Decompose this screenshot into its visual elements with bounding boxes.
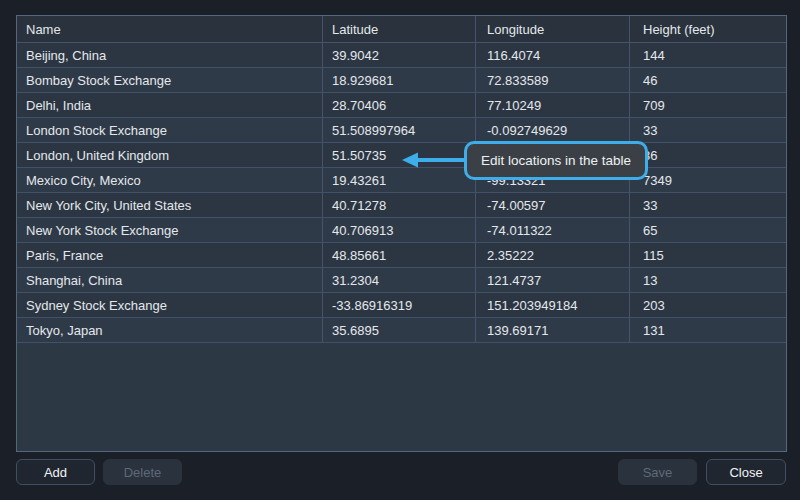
table-cell[interactable]: 19.43261 — [323, 168, 476, 192]
table-cell[interactable]: Shanghai, China — [17, 268, 323, 292]
table-row: London Stock Exchange51.508997964-0.0927… — [17, 118, 786, 143]
table-cell[interactable]: 35.6895 — [323, 318, 476, 342]
table-row: Paris, France48.856612.35222115 — [17, 243, 786, 268]
table-row: New York Stock Exchange40.706913-74.0113… — [17, 218, 786, 243]
column-header-height[interactable]: Height (feet) — [630, 16, 786, 42]
table-cell[interactable]: 31.2304 — [323, 268, 476, 292]
table-cell[interactable]: 18.929681 — [323, 68, 476, 92]
table-cell[interactable]: 48.85661 — [323, 243, 476, 267]
table-row: Beijing, China39.9042116.4074144 — [17, 43, 786, 68]
table-body: Beijing, China39.9042116.4074144Bombay S… — [17, 43, 786, 343]
column-header-name[interactable]: Name — [17, 16, 323, 42]
table-cell[interactable]: 131 — [630, 318, 786, 342]
table-cell[interactable]: 77.10249 — [476, 93, 630, 117]
table-row: Shanghai, China31.2304121.473713 — [17, 268, 786, 293]
tooltip-text: Edit locations in the table — [481, 153, 631, 168]
table-cell[interactable]: 40.706913 — [323, 218, 476, 242]
table-cell[interactable]: Delhi, India — [17, 93, 323, 117]
table-cell[interactable]: 51.508997964 — [323, 118, 476, 142]
table-cell[interactable]: Sydney Stock Exchange — [17, 293, 323, 317]
table-cell[interactable]: 39.9042 — [323, 43, 476, 67]
table-cell[interactable]: Beijing, China — [17, 43, 323, 67]
table-header-row: Name Latitude Longitude Height (feet) — [17, 16, 786, 43]
table-cell[interactable]: 40.71278 — [323, 193, 476, 217]
table-cell[interactable]: 46 — [630, 68, 786, 92]
table-cell[interactable]: 709 — [630, 93, 786, 117]
table-cell[interactable]: -74.011322 — [476, 218, 630, 242]
table-cell[interactable]: 139.69171 — [476, 318, 630, 342]
table-row: Mexico City, Mexico19.43261-99.133217349 — [17, 168, 786, 193]
table-cell[interactable]: 33 — [630, 193, 786, 217]
table-cell[interactable]: Tokyo, Japan — [17, 318, 323, 342]
locations-table: Name Latitude Longitude Height (feet) Be… — [16, 15, 787, 452]
table-cell[interactable]: 115 — [630, 243, 786, 267]
edit-locations-tooltip: Edit locations in the table — [464, 141, 648, 180]
table-cell[interactable]: -0.092749629 — [476, 118, 630, 142]
table-row: Tokyo, Japan35.6895139.69171131 — [17, 318, 786, 343]
close-button[interactable]: Close — [706, 459, 786, 485]
table-row: Bombay Stock Exchange18.92968172.8335894… — [17, 68, 786, 93]
table-row: Sydney Stock Exchange-33.86916319151.203… — [17, 293, 786, 318]
table-cell[interactable]: -74.00597 — [476, 193, 630, 217]
table-cell[interactable]: London Stock Exchange — [17, 118, 323, 142]
table-cell[interactable]: 7349 — [630, 168, 786, 192]
table-cell[interactable]: 121.4737 — [476, 268, 630, 292]
table-cell[interactable]: Paris, France — [17, 243, 323, 267]
table-cell[interactable]: 33 — [630, 118, 786, 142]
column-header-longitude[interactable]: Longitude — [476, 16, 630, 42]
table-cell[interactable]: New York Stock Exchange — [17, 218, 323, 242]
table-cell[interactable]: 116.4074 — [476, 43, 630, 67]
table-cell[interactable]: 144 — [630, 43, 786, 67]
table-cell[interactable]: 203 — [630, 293, 786, 317]
table-cell[interactable]: Bombay Stock Exchange — [17, 68, 323, 92]
table-cell[interactable]: 13 — [630, 268, 786, 292]
table-cell[interactable]: Mexico City, Mexico — [17, 168, 323, 192]
column-header-latitude[interactable]: Latitude — [323, 16, 476, 42]
table-cell[interactable]: London, United Kingdom — [17, 143, 323, 167]
table-cell[interactable]: 28.70406 — [323, 93, 476, 117]
table-row: New York City, United States40.71278-74.… — [17, 193, 786, 218]
delete-button[interactable]: Delete — [103, 459, 182, 485]
save-button[interactable]: Save — [618, 459, 697, 485]
table-cell[interactable]: New York City, United States — [17, 193, 323, 217]
table-cell[interactable]: 65 — [630, 218, 786, 242]
tooltip-arrow-icon — [400, 151, 468, 169]
table-cell[interactable]: 72.833589 — [476, 68, 630, 92]
table-row: Delhi, India28.7040677.10249709 — [17, 93, 786, 118]
table-cell[interactable]: 36 — [630, 143, 786, 167]
add-button[interactable]: Add — [16, 459, 95, 485]
table-cell[interactable]: 151.203949184 — [476, 293, 630, 317]
table-cell[interactable]: 2.35222 — [476, 243, 630, 267]
table-cell[interactable]: -33.86916319 — [323, 293, 476, 317]
